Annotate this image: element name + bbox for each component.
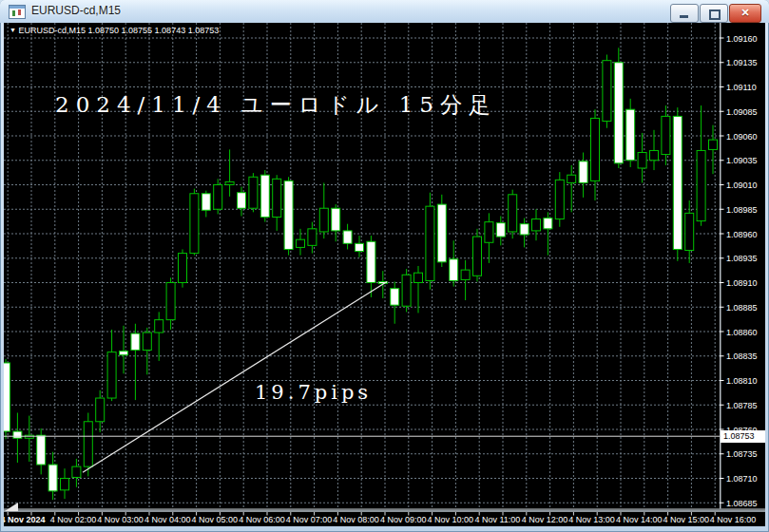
candle (650, 150, 659, 160)
time-axis-label: 4 Nov 2024 (4, 515, 46, 524)
candle (450, 259, 458, 281)
candle (343, 231, 352, 243)
price-axis-label: 1.08910 (726, 278, 758, 288)
maximize-button[interactable] (700, 4, 728, 23)
candle (214, 185, 222, 210)
maximize-icon (709, 10, 721, 20)
price-axis-label: 1.08860 (726, 328, 758, 337)
candle (544, 218, 552, 229)
candle (190, 194, 199, 254)
candle (72, 466, 81, 477)
time-axis-label: 4 Nov 11:00 (474, 515, 520, 524)
time-axis-label: 4 Nov 14:00 (616, 515, 663, 524)
candle (155, 320, 163, 332)
candle (509, 195, 517, 232)
current-price-label: 1.08753 (721, 430, 765, 443)
candle (685, 213, 694, 250)
chevron-down-icon[interactable]: ▼ (10, 27, 16, 33)
time-axis-label: 4 Nov 08:00 (333, 515, 379, 524)
price-axis-label: 1.08935 (726, 254, 758, 263)
candle (96, 398, 105, 422)
candle (473, 237, 482, 276)
ohlc-open: 1.08750 (87, 26, 119, 35)
fast-navigation-icon[interactable] (5, 503, 18, 511)
candle (437, 204, 446, 262)
candle (238, 193, 246, 208)
candle (591, 118, 600, 180)
time-axis-separator (4, 509, 765, 510)
candle (496, 223, 505, 237)
candle (179, 254, 187, 283)
time-axis-label: 4 Nov 16:00 (710, 515, 757, 524)
candle (614, 63, 623, 163)
price-axis-label: 1.08835 (726, 352, 758, 361)
titlebar[interactable]: EURUSD-cd,M15 ✕ (0, 0, 769, 23)
candle (319, 208, 328, 232)
candle (202, 194, 210, 211)
pips-annotation: 19.7pips (255, 381, 372, 404)
minimize-button[interactable] (670, 4, 699, 23)
candle (662, 116, 670, 154)
time-axis-label: 4 Nov 12:00 (522, 515, 568, 524)
candle (356, 243, 364, 251)
price-axis-label: 1.08685 (726, 499, 758, 508)
price-axis-label: 1.08810 (726, 376, 758, 386)
candle (107, 352, 116, 398)
chart-window-icon (9, 5, 26, 19)
candle (25, 435, 33, 438)
candle (332, 208, 340, 231)
candle (367, 241, 375, 282)
price-axis-label: 1.08960 (726, 230, 758, 239)
minimize-icon (680, 15, 688, 18)
candle (48, 465, 57, 491)
candle (84, 422, 92, 466)
candle (13, 431, 22, 438)
candle (414, 273, 423, 282)
time-axis-label: 4 Nov 15:00 (663, 515, 710, 524)
chart-window: EURUSD-cd,M15 ✕ 1.091601.091351.091101.0… (0, 0, 769, 532)
price-axis-label: 1.09110 (726, 83, 757, 92)
price-axis-label: 1.09160 (726, 34, 758, 44)
candle (709, 140, 718, 149)
time-axis-bar (4, 510, 765, 513)
time-axis-label: 4 Nov 06:00 (239, 515, 285, 524)
candle (697, 150, 705, 220)
candle (567, 175, 576, 182)
ohlc-header[interactable]: ▼ EURUSD-cd,M15 1.08750 1.08755 1.08743 … (10, 26, 219, 35)
ohlc-low: 1.08743 (155, 26, 186, 35)
date-annotation: 2024/11/4 ユーロドル 15分足 (55, 90, 497, 120)
candle (166, 283, 175, 320)
candle (131, 333, 140, 351)
window-title: EURUSD-cd,M15 (31, 4, 121, 17)
price-axis-label: 1.08710 (726, 474, 758, 484)
time-axis-label: 4 Nov 05:00 (192, 515, 239, 524)
time-axis-label: 4 Nov 10:00 (428, 515, 474, 524)
time-axis-label: 4 Nov 09:00 (380, 515, 427, 524)
candle (426, 206, 434, 280)
price-axis-label: 1.08735 (726, 449, 758, 459)
price-axis-label: 1.09060 (726, 132, 758, 142)
candle (673, 116, 682, 249)
price-axis-label: 1.08885 (726, 303, 758, 313)
trend-line (83, 281, 387, 472)
time-axis-label: 4 Nov 03:00 (97, 515, 144, 524)
price-axis-label: 1.09135 (726, 58, 758, 67)
close-icon: ✕ (730, 7, 760, 19)
candle (120, 352, 128, 355)
candle (520, 224, 529, 235)
ohlc-high: 1.08755 (122, 26, 153, 35)
candle (273, 179, 281, 217)
close-button[interactable]: ✕ (729, 4, 761, 23)
candle (603, 61, 611, 122)
ohlc-symbol: EURUSD-cd,M15 (18, 26, 86, 35)
candle (37, 435, 46, 465)
candle (284, 180, 293, 249)
candle (555, 180, 564, 218)
candle (626, 109, 635, 161)
price-axis-label: 1.08785 (726, 401, 758, 410)
candle (260, 175, 269, 217)
chart-area[interactable]: 1.091601.091351.091101.090851.090601.090… (4, 23, 765, 526)
price-axis-label: 1.09035 (726, 156, 758, 165)
candle (143, 332, 151, 351)
time-axis-label: 4 Nov 13:00 (568, 515, 615, 524)
